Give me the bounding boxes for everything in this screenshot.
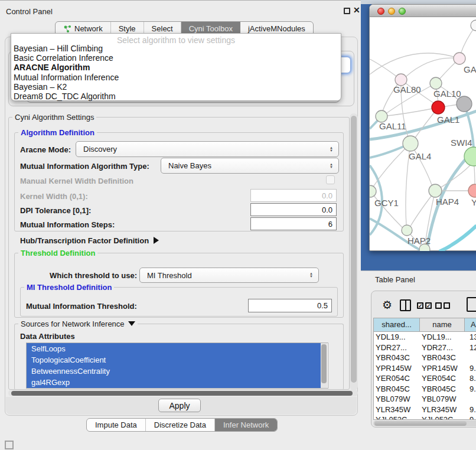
table-row[interactable]: YDL19...YDL19...13 bbox=[374, 332, 476, 343]
settings-vscrollbar-thumb[interactable] bbox=[351, 116, 357, 383]
table-cell[interactable]: YJL052C bbox=[420, 415, 465, 420]
table-cell[interactable]: YDL19... bbox=[420, 332, 465, 343]
table-cell[interactable]: YBR043C bbox=[420, 353, 465, 363]
table-cell[interactable]: YER054C bbox=[420, 373, 465, 384]
network-window-titlebar[interactable] bbox=[370, 5, 476, 17]
table-cell[interactable]: YDR27... bbox=[374, 343, 420, 353]
table-row[interactable]: YBL079WYBL079W bbox=[374, 394, 476, 405]
table-cell[interactable]: YBR043C bbox=[374, 353, 420, 363]
attribute-item[interactable]: TopologicalCoefficient bbox=[27, 354, 321, 366]
column-header-name[interactable]: name bbox=[420, 318, 465, 332]
table-row[interactable]: YER054CYER054C8. bbox=[374, 373, 476, 384]
network-node-hap4[interactable] bbox=[429, 184, 442, 197]
table-cell[interactable]: 9. bbox=[465, 405, 476, 415]
network-node-gal[interactable] bbox=[454, 53, 465, 64]
algorithm-option[interactable]: Dream8 DC_TDC Algorithm bbox=[11, 92, 341, 101]
table-row[interactable]: YBR043CYBR043C bbox=[374, 353, 476, 363]
mi-threshold-field[interactable]: 0.5 bbox=[248, 299, 332, 312]
network-node[interactable] bbox=[471, 20, 476, 31]
close-panel-icon[interactable]: ✕ bbox=[353, 5, 360, 15]
checked-column-icon[interactable]: ✓ bbox=[425, 302, 432, 309]
collapse-down-icon bbox=[128, 321, 135, 326]
table-cell[interactable]: YBL079W bbox=[420, 394, 465, 405]
algorithm-option[interactable]: Bayesian – Hill Climbing bbox=[11, 44, 341, 53]
network-node-gcy1[interactable] bbox=[370, 185, 376, 197]
table-row[interactable]: YBR045CYBR045C9. bbox=[374, 384, 476, 394]
mi-steps-field[interactable]: 6 bbox=[250, 217, 337, 230]
network-node-gal11[interactable] bbox=[376, 110, 387, 122]
document-icon[interactable] bbox=[467, 297, 476, 312]
algorithm-option-selected[interactable]: ARACNE Algorithm bbox=[11, 63, 341, 72]
hub-definition-expander[interactable]: Hub/Transcription Factor Definition bbox=[20, 236, 159, 245]
table-cell[interactable]: YPR145W bbox=[374, 363, 420, 374]
table-cell[interactable]: YJL052C bbox=[374, 415, 420, 420]
column-header-shared-name[interactable]: shared... bbox=[374, 318, 420, 332]
network-node-y[interactable] bbox=[468, 184, 476, 197]
network-node-gal80[interactable] bbox=[395, 74, 407, 86]
table-cell[interactable]: YBR045C bbox=[374, 384, 420, 394]
network-node-swi4[interactable] bbox=[464, 147, 476, 166]
network-node[interactable] bbox=[457, 96, 472, 112]
minimized-panel-icon[interactable] bbox=[5, 441, 14, 449]
unchecked-column-icon[interactable] bbox=[444, 302, 450, 309]
network-node-gal10[interactable] bbox=[430, 77, 442, 89]
table-cell[interactable]: 9. bbox=[465, 363, 476, 374]
algorithm-option[interactable]: Mutual Information Inference bbox=[11, 73, 341, 82]
table-cell[interactable]: 9 bbox=[465, 415, 476, 420]
table-cell[interactable]: YLR345W bbox=[420, 405, 465, 415]
split-view-icon[interactable] bbox=[400, 299, 411, 311]
tab-impute-data[interactable]: Impute Data bbox=[87, 419, 146, 431]
kernel-width-field[interactable]: 0.0 bbox=[250, 189, 337, 202]
table-cell[interactable]: YDL19... bbox=[374, 332, 420, 343]
list-scrollbar-thumb[interactable] bbox=[321, 344, 327, 383]
table-cell[interactable]: YDR27... bbox=[420, 343, 465, 353]
table-row[interactable]: YLR345WYLR345W9. bbox=[374, 405, 476, 415]
gear-icon[interactable]: ⚙ bbox=[382, 298, 392, 312]
table-row[interactable]: YJL052CYJL052C9 bbox=[374, 415, 476, 420]
table-cell[interactable]: YLR345W bbox=[374, 405, 420, 415]
minimize-window-icon[interactable] bbox=[388, 8, 395, 15]
threshold-type-combobox[interactable]: MI Threshold ▲▼ bbox=[139, 268, 319, 283]
dpi-tolerance-field[interactable]: 0.0 bbox=[250, 203, 337, 216]
sources-title[interactable]: Sources for Network Inference bbox=[18, 319, 138, 328]
control-panel-title: Control Panel bbox=[6, 7, 53, 16]
dpi-tolerance-label: DPI Tolerance [0,1]: bbox=[20, 206, 91, 215]
float-panel-icon[interactable] bbox=[344, 8, 350, 14]
attribute-item[interactable]: BetweennessCentrality bbox=[27, 366, 321, 377]
table-cell[interactable]: YER054C bbox=[374, 373, 420, 384]
network-node-gal4[interactable] bbox=[403, 136, 418, 151]
network-node-hap2[interactable] bbox=[402, 225, 412, 236]
table-cell[interactable] bbox=[465, 394, 476, 405]
network-canvas[interactable]: GALGAL80GAL10GAL1GAL11GAL4SWI4GCY1HAP4YH… bbox=[370, 18, 476, 251]
algorithm-option[interactable]: Basic Correlation Inference bbox=[11, 53, 341, 63]
table-row[interactable]: YPR145WYPR145W9. bbox=[374, 363, 476, 374]
column-header-partial[interactable]: A bbox=[465, 318, 476, 332]
table-cell[interactable]: 8. bbox=[465, 373, 476, 384]
apply-button[interactable]: Apply bbox=[158, 399, 201, 412]
network-node[interactable] bbox=[419, 244, 430, 251]
mi-type-combobox[interactable]: Naive Bayes ▲▼ bbox=[161, 158, 339, 174]
settings-hscrollbar-thumb[interactable] bbox=[11, 391, 353, 396]
tab-discretize-data[interactable]: Discretize Data bbox=[146, 419, 215, 431]
attribute-item[interactable]: gal4RGexp bbox=[27, 377, 321, 388]
table-cell[interactable]: YBL079W bbox=[374, 394, 420, 405]
table-cell[interactable]: 12 bbox=[465, 343, 476, 353]
close-window-icon[interactable] bbox=[377, 8, 384, 15]
checked-column-icon[interactable]: ✓ bbox=[417, 302, 423, 309]
tab-infer-network[interactable]: Infer Network bbox=[215, 419, 277, 431]
table-cell[interactable]: 13 bbox=[465, 332, 476, 343]
network-node-gal1[interactable] bbox=[432, 101, 445, 114]
table-hscrollbar-thumb[interactable] bbox=[374, 421, 467, 426]
aracne-mode-combobox[interactable]: Discovery ▲▼ bbox=[76, 141, 339, 157]
attribute-item[interactable]: SelfLoops bbox=[27, 343, 321, 354]
table-cell[interactable]: 9. bbox=[465, 384, 476, 394]
table-cell[interactable]: YBR045C bbox=[420, 384, 465, 394]
table-row[interactable]: YDR27...YDR27...12 bbox=[374, 343, 476, 353]
table-cell[interactable] bbox=[465, 353, 476, 363]
unchecked-column-icon[interactable] bbox=[435, 302, 442, 309]
which-threshold-label: Which threshold to use: bbox=[50, 271, 137, 280]
algorithm-option[interactable]: Bayesian – K2 bbox=[11, 82, 341, 92]
table-cell[interactable]: YPR145W bbox=[420, 363, 465, 374]
zoom-window-icon[interactable] bbox=[399, 8, 406, 15]
manual-kernel-checkbox[interactable] bbox=[326, 175, 335, 184]
